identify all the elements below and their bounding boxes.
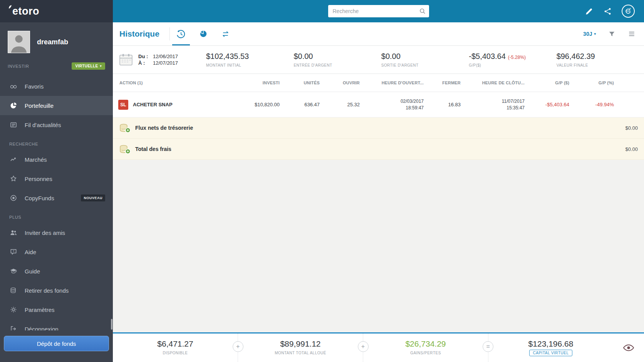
total-fees-row[interactable]: Total des frais $0.00	[113, 139, 644, 160]
column-header-action: ACTION (1)	[113, 80, 239, 85]
etoro-profile-icon[interactable]	[622, 5, 635, 18]
sidebar-item-portefeuille[interactable]: Portefeuille	[0, 96, 113, 115]
column-header-units: UNITÉS	[282, 80, 322, 85]
search-box	[328, 5, 429, 17]
content-empty-area	[113, 160, 644, 332]
table-header-row: ACTION (1) INVESTI UNITÉS OUVRIR HEURE D…	[113, 74, 644, 92]
target-icon	[9, 194, 18, 202]
plus-operator-button[interactable]: +	[233, 341, 243, 352]
header-actions	[585, 5, 644, 18]
tab-allocation-pie[interactable]	[192, 22, 215, 45]
net-cash-flow-value: $0.00	[625, 125, 638, 131]
sidebar-item-label: Guide	[25, 268, 40, 275]
sidebar-scroll-area: dreamfab INVESTIR VIRTUELLE▾ Favoris Por…	[0, 22, 113, 330]
search-icon	[419, 8, 426, 15]
news-feed-icon	[9, 121, 18, 129]
binoculars-icon	[9, 82, 18, 90]
main-area: Historique 30J▾ Du :12/06/2017 À :12/07/…	[113, 0, 644, 362]
sidebar-item-deconnexion[interactable]: Déconnexion	[0, 319, 113, 330]
invest-section-label: INVESTIR	[8, 64, 29, 69]
sidebar-item-label: Inviter des amis	[25, 230, 65, 236]
sidebar-item-favoris[interactable]: Favoris	[0, 77, 113, 96]
cash-flow-coins-icon	[119, 123, 131, 133]
fees-coins-icon	[119, 144, 131, 154]
new-badge: NOUVEAU	[81, 194, 105, 201]
sidebar-item-parametres[interactable]: Paramètres	[0, 300, 113, 319]
coins-icon	[9, 286, 18, 295]
sidebar-item-copyfunds[interactable]: CopyFunds NOUVEAU	[0, 188, 113, 208]
list-menu-icon[interactable]	[628, 30, 636, 38]
graduation-cap-icon	[9, 267, 18, 275]
sidebar-item-inviter-des-amis[interactable]: Inviter des amis	[0, 223, 113, 242]
calendar-icon[interactable]	[119, 53, 133, 66]
period-dropdown[interactable]: 30J▾	[583, 31, 596, 37]
sidebar-item-label: Aide	[25, 249, 36, 255]
tab-history[interactable]	[170, 22, 192, 45]
net-cash-flow-row[interactable]: Flux nets de trésorerie $0.00	[113, 117, 644, 139]
star-icon	[9, 174, 18, 183]
sidebar-item-retirer-des-fonds[interactable]: Retirer des fonds	[0, 281, 113, 300]
column-header-open: OUVRIR	[322, 80, 362, 85]
virtual-mode-dropdown[interactable]: VIRTUELLE▾	[72, 62, 105, 70]
logo-strip: etoro	[0, 0, 113, 22]
footer-stats: $6,471.27 DISPONIBLE $89,991.12 MONTANT …	[113, 334, 613, 362]
help-bubble-icon: ?	[9, 248, 18, 256]
column-header-gp-usd: G/P ($)	[527, 80, 572, 85]
trend-chart-icon	[9, 155, 18, 164]
sidebar-item-marches[interactable]: Marchés	[0, 150, 113, 169]
username[interactable]: dreamfab	[37, 38, 68, 46]
position-name: ACHETER SNAP	[133, 102, 173, 107]
etoro-leaf-icon	[8, 5, 12, 9]
page-title: Historique	[113, 29, 169, 39]
gp-usd-value: -$5,403.64	[527, 102, 572, 107]
toggle-balance-visibility[interactable]	[613, 334, 644, 362]
sidebar-item-guide[interactable]: Guide	[0, 261, 113, 281]
sidebar-item-label: Marchés	[25, 156, 47, 163]
user-profile[interactable]: dreamfab	[0, 22, 113, 60]
close-rate: 16.83	[426, 102, 463, 107]
footer-stat-total-allocated: $89,991.12 MONTANT TOTAL ALLOUÉ	[238, 334, 363, 362]
stat-money-out: $0.00 SORTIE D'ARGENT	[381, 52, 469, 67]
logout-icon	[9, 325, 18, 330]
sidebar-item-label: Portefeuille	[25, 102, 54, 109]
table-row[interactable]: SL ACHETER SNAP $10,820.00 636.47 25.32 …	[113, 92, 644, 117]
sidebar-item-fil-actualites[interactable]: Fil d'actualités	[0, 115, 113, 134]
svg-text:?: ?	[13, 250, 15, 253]
deposit-funds-button[interactable]: Dépôt de fonds	[4, 336, 109, 351]
plus-operator-button[interactable]: +	[358, 341, 369, 352]
sidebar-nav: Favoris Portefeuille Fil d'actualités RE…	[0, 77, 113, 330]
sidebar-item-personnes[interactable]: Personnes	[0, 169, 113, 188]
pie-chart-icon	[9, 101, 18, 110]
open-rate: 25.32	[322, 102, 362, 107]
toolbar-right: 30J▾	[583, 30, 644, 38]
edit-pencil-icon[interactable]	[585, 7, 594, 16]
date-range: Du :12/06/2017 À :12/07/2017	[138, 53, 192, 67]
close-datetime: 11/07/201715:35:47	[463, 98, 527, 111]
avatar[interactable]	[8, 31, 30, 53]
share-icon[interactable]	[604, 7, 612, 15]
sidebar-scrollbar-thumb[interactable]	[111, 319, 112, 330]
stat-money-in: $0.00 ENTRÉE D'ARGENT	[293, 52, 381, 67]
footer-stat-gains-losses: $26,734.29 GAINS/PERTES	[363, 334, 488, 362]
search-input[interactable]	[328, 8, 419, 14]
column-header-open-time: HEURE D'OUVERT...	[362, 80, 426, 85]
filter-icon[interactable]	[608, 30, 615, 38]
account-footer: $6,471.27 DISPONIBLE $89,991.12 MONTANT …	[113, 332, 644, 362]
transfer-arrows-icon	[221, 29, 230, 39]
caret-down-icon: ▾	[100, 64, 102, 68]
stat-initial-amount: $102,435.53 MONTANT INITIAL	[206, 52, 293, 67]
stat-final-value: $96,462.39 VALEUR FINALE	[557, 52, 644, 67]
date-from-label: Du :	[138, 54, 153, 59]
sidebar-item-label: Fil d'actualités	[25, 122, 61, 128]
virtual-capital-badge: CAPITAL VIRTUEL	[529, 350, 573, 356]
etoro-logo[interactable]: etoro	[8, 5, 39, 17]
column-header-close: FERMER	[426, 80, 463, 85]
tab-transactions[interactable]	[215, 22, 237, 45]
invest-mode-row: INVESTIR VIRTUELLE▾	[0, 60, 113, 74]
eye-icon	[623, 344, 634, 352]
invested-value: $10,820.00	[239, 102, 282, 107]
date-to-value: 12/07/2017	[153, 60, 178, 66]
sidebar-item-label: Déconnexion	[25, 326, 59, 331]
sidebar-item-aide[interactable]: ? Aide	[0, 242, 113, 261]
sidebar: etoro dreamfab INVESTIR VIRTUELLE▾ Favor…	[0, 0, 113, 362]
